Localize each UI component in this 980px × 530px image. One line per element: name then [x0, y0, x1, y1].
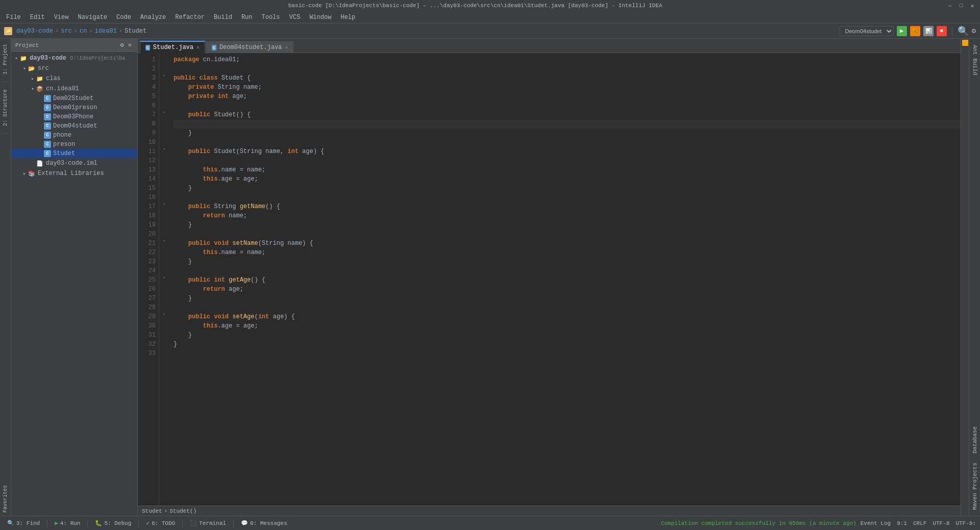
breadcrumb-src[interactable]: src: [61, 28, 72, 35]
tree-arrow-cn-idea01[interactable]: ▾: [30, 86, 36, 92]
code-line-18: return name;: [174, 211, 961, 220]
run-tool-button[interactable]: ▶ 4: Run: [52, 519, 83, 527]
debug-button[interactable]: 🐛: [910, 26, 920, 36]
project-panel-label[interactable]: 1: Project: [2, 41, 9, 78]
tree-item-Dem02Studet[interactable]: CDem02Studet: [11, 94, 137, 103]
project-toolbar-gear[interactable]: ⚙: [119, 41, 126, 49]
tree-item-Studet[interactable]: CStudet: [11, 149, 137, 158]
tree-item-preson[interactable]: Cpreson: [11, 140, 137, 149]
event-log-button[interactable]: Event Log: [861, 520, 891, 526]
tree-item-cn-idea01[interactable]: ▾📦cn.idea01: [11, 84, 137, 94]
tree-item-external-libs[interactable]: ▸📚External Libraries: [11, 168, 137, 179]
stop-button[interactable]: ■: [937, 26, 947, 36]
encoding[interactable]: UTF-8: [933, 520, 949, 526]
code-line-24: [174, 266, 961, 275]
tab-label-deom04: Deom04studet.java: [219, 44, 282, 51]
tree-arrow-src[interactable]: ▾: [21, 66, 28, 71]
menu-item-tools[interactable]: Tools: [258, 13, 284, 22]
tree-arrow-clas[interactable]: ▸: [30, 76, 36, 82]
favorites-panel-label[interactable]: Favorites: [2, 482, 9, 516]
tree-item-clas[interactable]: ▸📁clas: [11, 73, 137, 84]
tree-arrow-day03-code[interactable]: ▾: [13, 56, 19, 61]
bottom-sep3: [138, 519, 139, 527]
debug-icon: 🐛: [95, 520, 102, 526]
terminal-button[interactable]: ⬛ Terminal: [187, 519, 229, 527]
project-panel-header: Project ⚙ ✕: [11, 39, 137, 52]
search-everywhere-button[interactable]: 🔍: [958, 26, 969, 37]
code-line-2: [174, 64, 961, 73]
code-content[interactable]: package cn.idea01; public class Studet {…: [169, 53, 961, 506]
nav-project-icon: 📁: [4, 27, 12, 35]
code-line-22: this.name = name;: [174, 248, 961, 257]
run-config-selector[interactable]: Deom04studet: [840, 26, 894, 36]
menu-item-file[interactable]: File: [2, 13, 25, 22]
menu-item-build[interactable]: Build: [210, 13, 236, 22]
gutter-18: [159, 209, 169, 218]
ant-build-panel-label[interactable]: Ant Build: [971, 41, 979, 79]
maximize-button[interactable]: □: [958, 2, 965, 9]
menu-item-vcs[interactable]: VCS: [285, 13, 305, 22]
structure-panel-label[interactable]: 2: Structure: [2, 86, 9, 129]
messages-tool-button[interactable]: 💬 0: Messages: [238, 519, 290, 527]
tree-icon-preson: C: [44, 141, 51, 148]
breadcrumb-day03[interactable]: day03-code: [16, 28, 53, 35]
tree-item-Deom01preson[interactable]: CDeom01preson: [11, 103, 137, 112]
tab-close-studet[interactable]: ✕: [197, 44, 200, 51]
run-button[interactable]: ▶: [897, 26, 907, 36]
tree-item-day03-code[interactable]: ▾📁day03-code D:\IdeaProjects\ba: [11, 53, 137, 63]
coverage-button[interactable]: 📊: [923, 26, 934, 36]
tab-close-deom04[interactable]: ✕: [285, 44, 288, 51]
code-line-14: this.age = age;: [174, 174, 961, 184]
menu-item-run[interactable]: Run: [237, 13, 257, 22]
code-line-8: [174, 119, 961, 129]
bottom-bar: 🔍 3: Find ▶ 4: Run 🐛 5: Debug ✓ 6: TODO …: [0, 516, 980, 530]
code-line-11: public Studet(String name, int age) {: [174, 147, 961, 156]
breadcrumb-cn[interactable]: cn: [80, 28, 87, 35]
menu-item-help[interactable]: Help: [336, 13, 359, 22]
gutter-26: [159, 283, 169, 292]
gutter-3: ▾: [159, 71, 169, 81]
editor-breadcrumb-method: Studet(): [169, 508, 197, 514]
tab-deom04[interactable]: CDeom04studet.java✕: [206, 41, 293, 53]
tree-item-src[interactable]: ▾📂src: [11, 63, 137, 73]
menu-item-edit[interactable]: Edit: [26, 13, 49, 22]
gutter-29: ▾: [159, 310, 169, 319]
menu-item-window[interactable]: Window: [305, 13, 335, 22]
gutter: ▾▾▾▾▾▾▾: [159, 53, 169, 506]
tab-bar: CStudet.java✕CDeom04studet.java✕: [138, 39, 961, 53]
menu-item-view[interactable]: View: [50, 13, 73, 22]
tree-item-Deom03Phone[interactable]: CDeom03Phone: [11, 112, 137, 121]
menu-item-refactor[interactable]: Refactor: [171, 13, 209, 22]
tree-item-Deom04studet[interactable]: CDeom04studet: [11, 121, 137, 131]
tree-label-cn-idea01: cn.idea01: [46, 85, 79, 92]
tree-icon-day03-code-iml: 📄: [36, 159, 44, 167]
maven-panel-label[interactable]: Maven Projects: [971, 459, 979, 514]
debug-tool-button[interactable]: 🐛 5: Debug: [92, 519, 134, 527]
menu-item-navigate[interactable]: Navigate: [74, 13, 111, 22]
tree-item-phone[interactable]: Cphone: [11, 131, 137, 140]
gutter-4: [159, 81, 169, 90]
line-ending[interactable]: CRLF: [913, 520, 926, 526]
code-line-21: public void setName(String name) {: [174, 239, 961, 248]
code-line-30: this.age = age;: [174, 321, 961, 331]
project-toolbar-close[interactable]: ✕: [127, 41, 133, 49]
database-panel-label[interactable]: Database: [971, 422, 979, 458]
code-line-9: }: [174, 129, 961, 138]
tree-icon-Deom03Phone: C: [44, 113, 51, 120]
menu-item-code[interactable]: Code: [112, 13, 135, 22]
todo-tool-button[interactable]: ✓ 6: TODO: [143, 519, 178, 527]
tree-arrow-external-libs[interactable]: ▸: [21, 171, 28, 176]
close-button[interactable]: ✕: [969, 2, 976, 9]
gutter-7: ▾: [159, 108, 169, 117]
tree-item-day03-code-iml[interactable]: 📄day03-code.iml: [11, 158, 137, 168]
find-tool-button[interactable]: 🔍 3: Find: [4, 519, 43, 527]
code-line-7: public Studet() {: [174, 110, 961, 119]
minimize-button[interactable]: —: [946, 2, 953, 9]
tab-studet[interactable]: CStudet.java✕: [140, 41, 205, 53]
breadcrumb-idea01[interactable]: idea01: [95, 28, 117, 35]
menu-item-analyze[interactable]: Analyze: [136, 13, 170, 22]
title-bar: basic-code [D:\IdeaProjects\basic-code] …: [0, 0, 980, 11]
settings-button[interactable]: ⚙: [972, 27, 976, 35]
nav-bar: 📁 day03-code › src › cn › idea01 › Stude…: [0, 23, 980, 39]
gutter-10: [159, 136, 169, 145]
